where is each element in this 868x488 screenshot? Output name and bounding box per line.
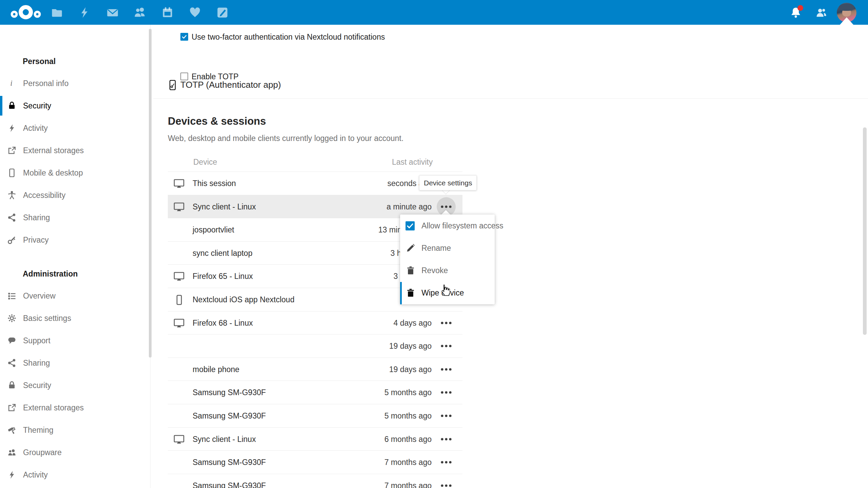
notifications-bell-icon[interactable]: [790, 6, 802, 19]
calendar-icon[interactable]: [161, 6, 174, 19]
activity-bolt-icon[interactable]: [78, 6, 91, 19]
device-row: Sync client - Linux6 months ago: [168, 427, 462, 451]
sidebar-item-external-storages-admin[interactable]: External storages: [0, 396, 153, 419]
sidebar-item-activity[interactable]: Activity: [0, 117, 153, 139]
device-name: Samsung SM-G930F: [193, 481, 266, 488]
files-folder-icon[interactable]: [51, 6, 63, 19]
device-menu-button[interactable]: [437, 383, 456, 402]
two-factor-label[interactable]: Use two-factor authentication via Nextcl…: [192, 33, 385, 42]
sidebar-item-sharing-personal[interactable]: Sharing: [0, 206, 153, 229]
sidebar-item-privacy[interactable]: Privacy: [0, 229, 153, 251]
sidebar-item-accessibility[interactable]: Accessibility: [0, 184, 153, 206]
menu-item-revoke[interactable]: Revoke: [400, 260, 495, 282]
sidebar-item-activity-admin[interactable]: Activity: [0, 464, 153, 486]
device-menu-button[interactable]: [437, 453, 456, 472]
notes-icon[interactable]: [216, 6, 229, 19]
share-icon: [7, 213, 16, 222]
column-header-device: Device: [193, 158, 217, 167]
device-name: jospoortvliet: [193, 225, 234, 235]
sidebar-item-basic-settings[interactable]: Basic settings: [0, 307, 153, 329]
speech-bubble-icon: [7, 336, 16, 345]
sidebar-item-external-storages[interactable]: External storages: [0, 139, 153, 162]
device-name: Sync client - Linux: [193, 202, 256, 211]
lock-icon: [7, 381, 16, 390]
sidebar-item-mobile-desktop[interactable]: Mobile & desktop: [0, 162, 153, 184]
section-heading-administration: Administration: [23, 269, 78, 279]
activity-bolt-icon: [7, 470, 16, 479]
two-factor-checkbox[interactable]: [180, 33, 188, 41]
sidebar-item-security[interactable]: Security: [0, 95, 153, 117]
device-menu-button[interactable]: [437, 360, 456, 379]
sidebar-item-groupware[interactable]: Groupware: [0, 441, 153, 464]
device-name: Firefox 68 - Linux: [193, 319, 253, 328]
sidebar-item-personal-info[interactable]: i Personal info: [0, 72, 153, 95]
device-settings-tooltip: Device settings: [419, 175, 477, 190]
smartphone-icon: [7, 168, 16, 177]
contacts-icon[interactable]: [134, 6, 146, 19]
desktop-device-icon: [173, 318, 185, 328]
section-divider: [153, 98, 868, 99]
sidebar-item-sharing-admin[interactable]: Sharing: [0, 352, 153, 374]
device-row: 19 days ago: [168, 334, 462, 358]
device-menu-button[interactable]: [437, 313, 456, 332]
settings-content: Use two-factor authentication via Nextcl…: [153, 25, 868, 488]
device-name: Nextcloud iOS app Nextcloud: [193, 295, 294, 304]
device-name: Firefox 65 - Linux: [193, 272, 253, 281]
top-header-bar: [0, 0, 868, 25]
trash-icon: [406, 288, 415, 298]
key-icon: [7, 236, 16, 244]
device-last-activity: 7 months ago: [384, 481, 432, 488]
devices-table-header: Device Last activity: [168, 154, 462, 171]
menu-item-rename[interactable]: Rename: [400, 237, 495, 259]
filesystem-access-checkbox[interactable]: [406, 221, 415, 230]
mobile-device-icon: [173, 295, 185, 305]
device-name: sync client laptop: [193, 249, 252, 258]
menu-item-allow-filesystem-access[interactable]: Allow filesystem access: [400, 215, 495, 237]
device-name: Sync client - Linux: [193, 435, 256, 444]
favorites-heart-icon[interactable]: [189, 6, 201, 19]
menu-item-wipe-device[interactable]: Wipe device: [400, 282, 495, 304]
device-last-activity: 5 months ago: [384, 411, 432, 421]
devices-sessions-title: Devices & sessions: [168, 115, 266, 127]
enable-totp-label[interactable]: Enable TOTP: [192, 72, 239, 81]
notification-badge: [797, 5, 803, 11]
device-menu-button[interactable]: [437, 476, 456, 488]
device-last-activity: 4 days ago: [393, 319, 432, 328]
totp-app-icon: [169, 80, 176, 90]
device-menu-button[interactable]: [437, 430, 456, 449]
devices-sessions-subtitle: Web, desktop and mobile clients currentl…: [168, 134, 403, 143]
page-scrollbar-thumb[interactable]: [863, 127, 867, 335]
section-heading-personal: Personal: [23, 56, 56, 66]
enable-totp-checkbox[interactable]: [180, 73, 188, 80]
avatar-cap: [839, 3, 854, 11]
settings-menu-pointer: [840, 17, 853, 25]
desktop-device-icon: [173, 179, 185, 189]
device-name: This session: [193, 179, 236, 188]
sidebar-item-support[interactable]: Support: [0, 329, 153, 352]
device-row: Samsung SM-G930F7 months ago: [168, 450, 462, 474]
list-overview-icon: [7, 291, 16, 300]
device-name: Samsung SM-G930F: [193, 388, 266, 397]
paint-roller-icon: [7, 426, 16, 434]
accessibility-icon: [7, 191, 16, 200]
device-menu-button[interactable]: [437, 406, 456, 425]
mail-icon[interactable]: [106, 6, 119, 19]
device-last-activity: 19 days ago: [389, 342, 432, 351]
devices-table: Device Last activity This sessionseconds…: [168, 154, 462, 171]
nextcloud-logo-icon[interactable]: [9, 4, 43, 21]
sidebar-item-theming[interactable]: Theming: [0, 419, 153, 441]
sidebar-item-tag-management[interactable]: Tag management: [0, 486, 153, 488]
device-name: Samsung SM-G930F: [193, 458, 266, 467]
device-menu-button[interactable]: [437, 337, 456, 355]
sidebar-scrollbar-thumb[interactable]: [149, 29, 152, 358]
desktop-device-icon: [173, 202, 185, 212]
contacts-menu-icon[interactable]: [815, 6, 827, 19]
device-last-activity: a minute ago: [387, 202, 432, 211]
share-icon: [7, 359, 16, 367]
sidebar-item-overview[interactable]: Overview: [0, 285, 153, 307]
device-row: Samsung SM-G930F5 months ago: [168, 381, 462, 404]
device-row: Samsung SM-G930F5 months ago: [168, 404, 462, 427]
device-last-activity: 6 months ago: [384, 435, 432, 444]
sidebar-item-security-admin[interactable]: Security: [0, 374, 153, 396]
desktop-device-icon: [173, 271, 185, 282]
